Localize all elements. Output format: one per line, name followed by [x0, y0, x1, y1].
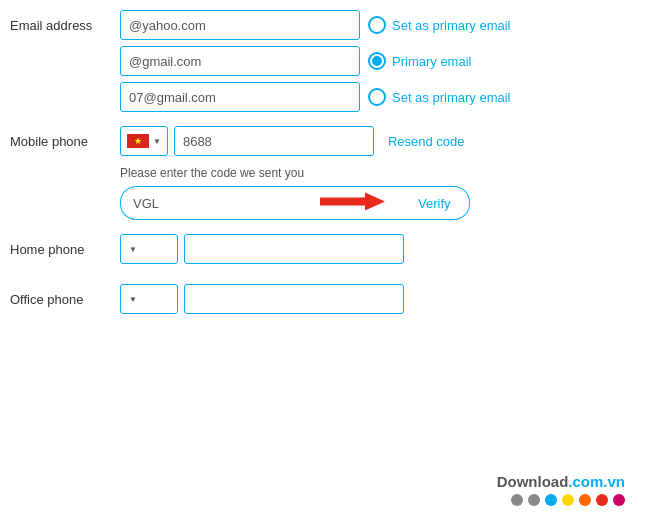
set-primary-label-1: Set as primary email — [392, 18, 510, 33]
watermark-domain: .com.vn — [568, 473, 625, 490]
verify-row: Verify — [120, 186, 625, 220]
form-container: Email address Set as primary email Prima… — [0, 0, 645, 344]
mobile-fields-col: ▼ Resend code Please enter the code we s… — [120, 126, 625, 220]
set-primary-radio-3[interactable]: Set as primary email — [368, 88, 510, 106]
flag-dropdown-arrow-icon: ▼ — [153, 137, 161, 146]
vietnam-flag-icon — [127, 134, 149, 148]
email-field-row-1: Set as primary email — [120, 10, 625, 40]
primary-radio-2[interactable]: Primary email — [368, 52, 471, 70]
verify-code-input[interactable] — [120, 186, 400, 220]
office-phone-fields: ▼ — [120, 284, 625, 314]
watermark: Download.com.vn — [497, 473, 625, 506]
home-phone-country-dropdown[interactable]: ▼ — [120, 234, 178, 264]
verify-button[interactable]: Verify — [400, 186, 470, 220]
verify-section: Please enter the code we sent you Verify — [120, 166, 625, 220]
home-dropdown-arrow-icon: ▼ — [129, 245, 137, 254]
set-primary-label-3: Set as primary email — [392, 90, 510, 105]
mobile-number-input[interactable] — [174, 126, 374, 156]
radio-circle-1[interactable] — [368, 16, 386, 34]
email-address-section: Email address Set as primary email Prima… — [10, 10, 625, 112]
home-phone-section: Home phone ▼ — [10, 234, 625, 270]
radio-circle-2[interactable] — [368, 52, 386, 70]
primary-label-2: Primary email — [392, 54, 471, 69]
dot-5 — [579, 494, 591, 506]
email-input-3[interactable] — [120, 82, 360, 112]
office-phone-section: Office phone ▼ — [10, 284, 625, 320]
mobile-phone-section: Mobile phone ▼ Resend code Please enter … — [10, 126, 625, 220]
country-flag-dropdown[interactable]: ▼ — [120, 126, 168, 156]
dot-3 — [545, 494, 557, 506]
home-phone-fields: ▼ — [120, 234, 625, 264]
home-phone-row: ▼ — [120, 234, 625, 264]
email-field-row-3: Set as primary email — [120, 82, 625, 112]
mobile-phone-row: ▼ Resend code — [120, 126, 625, 156]
email-input-1[interactable] — [120, 10, 360, 40]
radio-circle-3[interactable] — [368, 88, 386, 106]
dot-1 — [511, 494, 523, 506]
dot-7 — [613, 494, 625, 506]
email-field-row-2: Primary email — [120, 46, 625, 76]
office-phone-label: Office phone — [10, 284, 120, 307]
office-phone-row: ▼ — [120, 284, 625, 314]
email-fields-col: Set as primary email Primary email Set a… — [120, 10, 625, 112]
mobile-phone-label: Mobile phone — [10, 126, 120, 149]
watermark-download: Download — [497, 473, 569, 490]
verify-hint-text: Please enter the code we sent you — [120, 166, 625, 180]
resend-code-link[interactable]: Resend code — [388, 134, 465, 149]
watermark-dots — [511, 494, 625, 506]
office-phone-country-dropdown[interactable]: ▼ — [120, 284, 178, 314]
email-input-2[interactable] — [120, 46, 360, 76]
set-primary-radio-1[interactable]: Set as primary email — [368, 16, 510, 34]
home-phone-input[interactable] — [184, 234, 404, 264]
office-phone-input[interactable] — [184, 284, 404, 314]
watermark-text: Download.com.vn — [497, 473, 625, 490]
dot-4 — [562, 494, 574, 506]
dot-2 — [528, 494, 540, 506]
office-dropdown-arrow-icon: ▼ — [129, 295, 137, 304]
dot-6 — [596, 494, 608, 506]
email-address-label: Email address — [10, 10, 120, 33]
home-phone-label: Home phone — [10, 234, 120, 257]
